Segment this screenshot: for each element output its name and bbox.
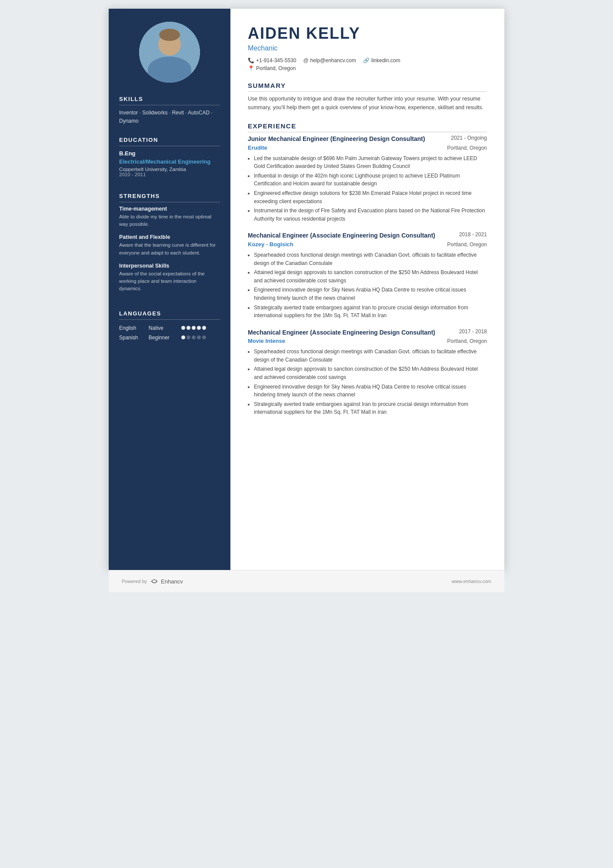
bullet: Attained legal design approvals to sanct… <box>254 365 487 381</box>
strengths-section: STRENGTHS Time-management Able to divide… <box>119 193 220 299</box>
skills-text: Inventor · Solidworks · Revit · AutoCAD … <box>119 109 220 125</box>
linkedin-contact: 🔗 linkedin.com <box>363 57 400 64</box>
lang-name-spanish: Spanish <box>119 333 149 342</box>
dot <box>202 335 206 339</box>
sidebar: SKILLS Inventor · Solidworks · Revit · A… <box>109 9 230 570</box>
dot <box>197 335 201 339</box>
phone-contact: 📞 +1-914-345-5530 <box>248 57 296 64</box>
summary-section: SUMMARY Use this opportunity to intrigue… <box>248 82 487 112</box>
edu-dates: 2010 - 2011 <box>119 172 220 177</box>
exp-date-2: 2018 - 2021 <box>459 231 487 238</box>
exp-company-3: Movie Intense <box>248 338 285 344</box>
bullet: Spearheaded cross functional design meet… <box>254 348 487 364</box>
strength-item-1: Time-management Able to divide my time i… <box>119 206 220 228</box>
exp-header-3: Mechanical Engineer (Associate Engineeri… <box>248 328 487 337</box>
bullet: Attained legal design approvals to sanct… <box>254 268 487 285</box>
summary-text: Use this opportunity to intrigue and dra… <box>248 94 487 112</box>
dot <box>181 335 185 339</box>
exp-bullets-3: Spearheaded cross functional design meet… <box>248 348 487 416</box>
exp-header-1: Junior Mechanical Engineer (Engineering … <box>248 135 487 144</box>
svg-point-2 <box>159 29 180 41</box>
exp-bullets-1: Led the sustainable design of $696 Mn Pa… <box>248 154 487 223</box>
strength-item-3: Interpersonal Skills Aware of the social… <box>119 263 220 293</box>
linkedin-text: linkedin.com <box>371 57 400 64</box>
exp-location-2: Portland, Oregon <box>447 241 487 248</box>
exp-date-1: 2021 - Ongoing <box>451 135 487 141</box>
location-icon: 📍 <box>248 65 254 71</box>
languages-table: English Native <box>119 323 220 342</box>
bullet: Influential in design of the 402m high i… <box>254 172 487 188</box>
language-row-spanish: Spanish Beginner <box>119 333 220 342</box>
dot <box>192 326 196 330</box>
strength-name-1: Time-management <box>119 206 220 212</box>
footer: Powered by Enhancv www.enhancv.com <box>109 570 504 592</box>
skills-section: SKILLS Inventor · Solidworks · Revit · A… <box>119 96 220 125</box>
strength-item-2: Patient and Flexible Aware that the lear… <box>119 234 220 257</box>
experience-title: EXPERIENCE <box>248 122 487 132</box>
education-title: EDUCATION <box>119 137 220 146</box>
website-text: www.enhancv.com <box>452 579 491 584</box>
svg-rect-4 <box>162 60 177 70</box>
exp-company-1: Erudite <box>248 144 267 151</box>
dot <box>181 326 185 330</box>
dot <box>187 335 190 339</box>
strengths-title: STRENGTHS <box>119 193 220 202</box>
edu-school: Copperbelt University, Zambia <box>119 167 220 172</box>
main-content: AIDEN KELLY Mechanic 📞 +1-914-345-5530 @… <box>230 9 504 570</box>
exp-subrow-2: Kozey - Bogisich Portland, Oregon <box>248 241 487 248</box>
svg-point-3 <box>152 61 187 83</box>
exp-header-2: Mechanical Engineer (Associate Engineeri… <box>248 231 487 240</box>
enhancv-logo: Enhancv <box>150 576 183 586</box>
bullet: Strategically averted trade embargoes ag… <box>254 304 487 320</box>
strength-name-2: Patient and Flexible <box>119 234 220 240</box>
exp-title-1: Junior Mechanical Engineer (Engineering … <box>248 135 425 144</box>
exp-subrow-3: Movie Intense Portland, Oregon <box>248 338 487 345</box>
exp-title-3: Mechanical Engineer (Associate Engineeri… <box>248 328 435 337</box>
strength-name-3: Interpersonal Skills <box>119 263 220 269</box>
exp-location-3: Portland, Oregon <box>447 338 487 344</box>
edu-degree: B.Eng <box>119 150 220 158</box>
strength-desc-1: Able to divide my time in the most optim… <box>119 213 220 228</box>
strength-desc-2: Aware that the learning curve is differe… <box>119 241 220 257</box>
email-contact: @ help@enhancv.com <box>303 57 356 64</box>
exp-date-3: 2017 - 2018 <box>459 328 487 335</box>
edu-field: Electrical/Mechanical Engineering <box>119 158 220 166</box>
dot <box>187 326 190 330</box>
dot <box>197 326 201 330</box>
exp-bullets-2: Spearheaded cross functional design meet… <box>248 251 487 320</box>
education-item: B.Eng Electrical/Mechanical Engineering … <box>119 150 220 177</box>
language-row-english: English Native <box>119 323 220 333</box>
lang-dots-english <box>181 326 220 330</box>
exp-company-2: Kozey - Bogisich <box>248 241 293 248</box>
dot <box>202 326 206 330</box>
exp-item-2: Mechanical Engineer (Associate Engineeri… <box>248 231 487 319</box>
strength-desc-3: Aware of the social expectations of the … <box>119 270 220 293</box>
lang-name-english: English <box>119 323 149 333</box>
skills-title: SKILLS <box>119 96 220 105</box>
location-text: Portland, Oregon <box>256 65 296 71</box>
email-icon: @ <box>303 57 308 64</box>
languages-section: LANGUAGES English Native <box>119 310 220 342</box>
location-row: 📍 Portland, Oregon <box>248 65 487 71</box>
phone-icon: 📞 <box>248 57 254 64</box>
brand-name: Enhancv <box>161 578 183 585</box>
enhancv-brand-icon <box>150 576 159 586</box>
lang-level-english: Native <box>149 323 181 333</box>
exp-subrow-1: Erudite Portland, Oregon <box>248 144 487 152</box>
bullet: Engineered innovative design for Sky New… <box>254 383 487 399</box>
bullet: Engineered effective design solutions fo… <box>254 189 487 205</box>
languages-title: LANGUAGES <box>119 310 220 320</box>
summary-title: SUMMARY <box>248 82 487 92</box>
bullet: Engineered innovative design for Sky New… <box>254 286 487 302</box>
dot <box>192 335 196 339</box>
education-section: EDUCATION B.Eng Electrical/Mechanical En… <box>119 137 220 181</box>
exp-item-1: Junior Mechanical Engineer (Engineering … <box>248 135 487 223</box>
exp-title-2: Mechanical Engineer (Associate Engineeri… <box>248 231 435 240</box>
name-block: AIDEN KELLY Mechanic <box>248 24 487 52</box>
contact-row: 📞 +1-914-345-5530 @ help@enhancv.com 🔗 l… <box>248 57 487 64</box>
candidate-name: AIDEN KELLY <box>248 24 487 43</box>
phone-text: +1-914-345-5530 <box>256 57 296 64</box>
exp-location-1: Portland, Oregon <box>447 145 487 151</box>
exp-item-3: Mechanical Engineer (Associate Engineeri… <box>248 328 487 416</box>
bullet: Instrumental in the design of Fire Safet… <box>254 207 487 223</box>
